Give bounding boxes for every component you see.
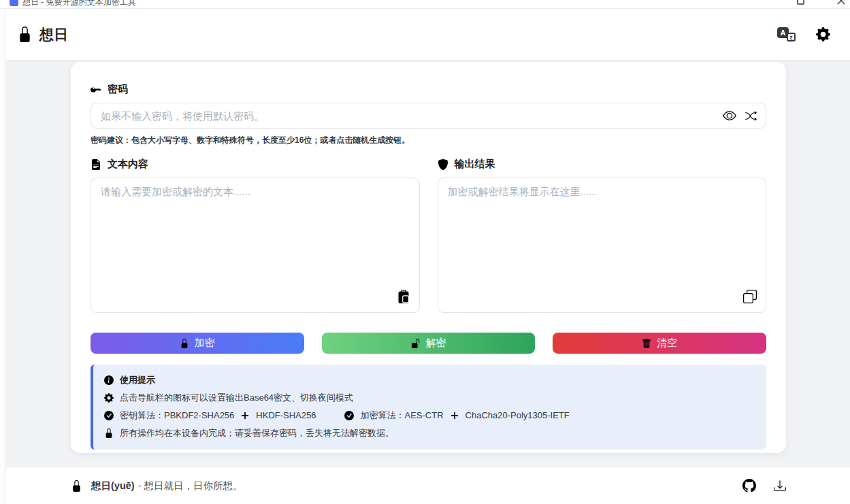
output-textarea[interactable]: [438, 178, 767, 313]
github-icon: [742, 479, 756, 492]
settings-button[interactable]: [816, 27, 830, 41]
password-label: 密码: [108, 83, 128, 96]
output-panel-label: 输出结果: [455, 158, 495, 171]
kdf-label: 密钥算法：PBKDF2-SHA256: [120, 407, 234, 424]
footer-inner: 想日(yuē) - 想日就日，日你所想。: [71, 467, 786, 504]
password-field-wrapper: [91, 103, 766, 129]
gear-small-icon: [104, 393, 114, 403]
encrypt-button[interactable]: 加密: [91, 333, 304, 354]
encryption-card: 密码 密码建议：包含大小写字母、数字和特殊符号，长度至少16位；或者点击随机生成…: [71, 62, 786, 453]
trash-icon: [642, 339, 651, 348]
plus-icon: [240, 411, 250, 420]
footer-lock-icon: [71, 480, 82, 492]
input-panel: 文本内容: [91, 158, 420, 313]
app-favicon-icon: [10, 0, 18, 6]
shuffle-icon: [745, 110, 757, 122]
browser-titlebar: 想日 - 免费开源的文本加密工具: [0, 0, 850, 9]
tip-local-text: 所有操作均在本设备内完成；请妥善保存密码，丢失将无法解密数据。: [120, 424, 394, 442]
tip-algorithms-row: 密钥算法：PBKDF2-SHA256 HKDF-SHA256 加密算法：AES-…: [104, 407, 755, 424]
footer-brand: 想日(yuē): [91, 480, 135, 492]
action-buttons: 加密 解密 清空: [91, 333, 766, 354]
github-link[interactable]: [742, 479, 756, 492]
random-password-button[interactable]: [745, 110, 757, 122]
tip-local-row: 所有操作均在本设备内完成；请妥善保存密码，丢失将无法解密数据。: [104, 424, 755, 442]
header-actions: A z: [777, 27, 830, 41]
check-icon: [344, 411, 354, 420]
window-title: 想日 - 免费开源的文本加密工具: [22, 0, 136, 8]
eye-icon: [723, 109, 736, 122]
password-input[interactable]: [91, 103, 766, 129]
input-panel-box: [91, 178, 420, 313]
usage-tips-box: 使用提示 点击导航栏的图标可以设置输出Base64密文、切换夜间模式 密钥算法：…: [91, 365, 766, 450]
plus-icon: [450, 411, 459, 420]
output-panel-box: [438, 178, 767, 313]
toggle-password-visibility-button[interactable]: [723, 109, 736, 122]
input-panel-label: 文本内容: [108, 158, 148, 171]
lock-small-icon: [104, 429, 114, 438]
shield-icon: [438, 159, 448, 170]
window-close-button[interactable]: [836, 0, 846, 5]
tip-settings-row: 点击导航栏的图标可以设置输出Base64密文、切换夜间模式: [104, 389, 755, 407]
footer: 想日(yuē) - 想日就日，日你所想。: [6, 467, 850, 504]
output-panel: 输出结果: [438, 158, 767, 313]
document-icon: [91, 159, 101, 170]
gear-icon: [816, 27, 830, 41]
app-window: 想日 - 免费开源的文本加密工具 想日 A z 密码: [0, 0, 850, 504]
paste-icon: [397, 290, 410, 303]
tips-title: 使用提示: [120, 371, 155, 389]
input-panel-label-row: 文本内容: [91, 158, 420, 171]
cipher-second: ChaCha20-Poly1305-IETF: [465, 407, 570, 424]
lock-icon: [180, 339, 189, 348]
page-title: 想日: [39, 25, 68, 44]
tip-title-row: 使用提示: [104, 371, 755, 389]
window-restore-button[interactable]: [797, 0, 804, 5]
copy-icon: [743, 290, 757, 303]
key-icon: [91, 84, 101, 95]
translate-icon: A z: [777, 27, 796, 41]
input-textarea[interactable]: [91, 178, 420, 313]
base64-toggle-button[interactable]: A z: [777, 27, 796, 41]
check-icon: [104, 411, 114, 420]
info-icon: [104, 375, 114, 385]
window-left-edge: [0, 9, 5, 504]
password-section-label: 密码: [91, 83, 766, 96]
app-header: 想日 A z: [6, 9, 850, 61]
main-area: 密码 密码建议：包含大小写字母、数字和特殊符号，长度至少16位；或者点击随机生成…: [6, 61, 850, 467]
output-panel-label-row: 输出结果: [438, 158, 767, 171]
tip-settings-text: 点击导航栏的图标可以设置输出Base64密文、切换夜间模式: [120, 389, 353, 407]
copy-result-button[interactable]: [742, 289, 757, 304]
brand-lock-icon: [17, 27, 33, 42]
footer-tagline: - 想日就日，日你所想。: [138, 480, 243, 492]
text-panels: 文本内容 输出结果: [91, 158, 766, 313]
kdf-second: HKDF-SHA256: [256, 407, 316, 424]
unlock-icon: [411, 339, 421, 348]
clear-button[interactable]: 清空: [553, 333, 766, 354]
download-icon: [774, 480, 786, 492]
password-hint: 密码建议：包含大小写字母、数字和特殊符号，长度至少16位；或者点击随机生成按钮。: [91, 135, 766, 146]
decrypt-button[interactable]: 解密: [322, 333, 536, 354]
password-field-icons: [723, 103, 757, 129]
footer-icons: [742, 479, 786, 492]
paste-button[interactable]: [396, 289, 411, 304]
download-link[interactable]: [774, 480, 786, 492]
cipher-label: 加密算法：AES-CTR: [360, 407, 443, 424]
